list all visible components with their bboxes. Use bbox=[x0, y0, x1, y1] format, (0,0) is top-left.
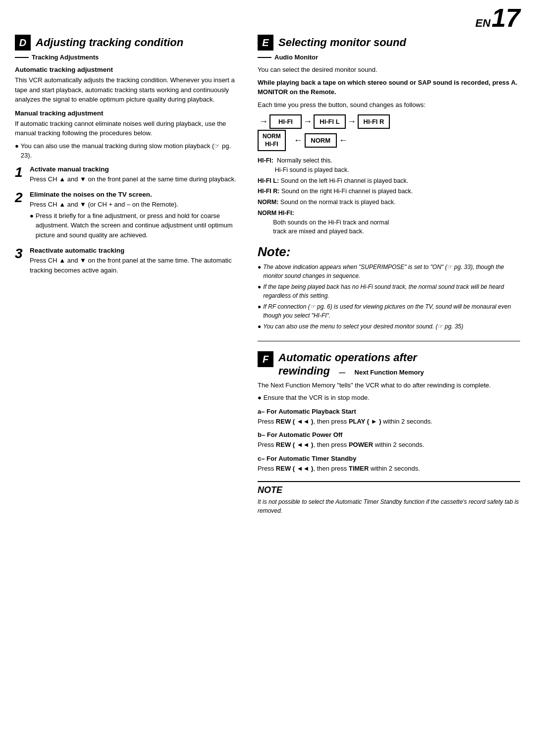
note-title: Note: bbox=[258, 244, 520, 260]
manual-tracking-heading: Manual tracking adjustment bbox=[15, 109, 243, 117]
substep-c-label-text: c– For Automatic Timer Standby bbox=[258, 455, 356, 462]
note-item-4: ● You can also use the menu to select yo… bbox=[258, 322, 520, 331]
sound-norm-hifi: NORM HI-FI: Both sounds on the Hi-Fi tra… bbox=[258, 209, 520, 236]
sound-descriptions: HI-FI: Normally select this. Hi-Fi sound… bbox=[258, 156, 520, 236]
manual-bullet-text: You can also use the manual tracking dur… bbox=[21, 141, 243, 161]
step-1: 1 Activate manual tracking Press CH ▲ an… bbox=[15, 165, 243, 184]
diagram-hifi-r: HI-FI R bbox=[358, 114, 390, 129]
note-item-2: ● If the tape being played back has no H… bbox=[258, 282, 520, 300]
arrow-back-2: ← bbox=[339, 135, 348, 146]
step-3-body: Press CH ▲ and ▼ on the front panel at t… bbox=[30, 256, 243, 275]
sound-norm: NORM: Sound on the normal track is playe… bbox=[258, 198, 520, 207]
sound-hifi: HI-FI: Normally select this. Hi-Fi sound… bbox=[258, 156, 520, 175]
section-f-bullet-text: Ensure that the VCR is in stop mode. bbox=[264, 393, 370, 403]
arrow-start: → bbox=[258, 116, 269, 127]
section-e-header: E Selecting monitor sound bbox=[258, 35, 520, 51]
page-header: EN 17 bbox=[476, 5, 520, 31]
section-d-header: D Adjusting tracking condition bbox=[15, 35, 243, 51]
diagram-hifi: HI-FI bbox=[269, 114, 302, 129]
diagram-norm-hifi-line2: HI-FI bbox=[265, 141, 278, 148]
section-e-each-time: Each time you press the button, sound ch… bbox=[258, 100, 520, 110]
step-1-content: Activate manual tracking Press CH ▲ and … bbox=[30, 165, 243, 184]
step-3-num: 3 bbox=[15, 247, 26, 261]
section-e-title: Selecting monitor sound bbox=[278, 36, 406, 49]
note-item-3-text: If RF connection (☞ pg. 6) is used for v… bbox=[263, 302, 520, 320]
diagram-top-row: → HI-FI → HI-FI L → HI-FI R bbox=[258, 114, 520, 129]
section-e-subsection: Audio Monitor bbox=[258, 54, 520, 61]
substep-a-label: a– For Automatic Playback Start bbox=[258, 408, 520, 415]
diagram-bottom-row: NORM HI-FI ← NORM ← bbox=[258, 130, 520, 151]
section-f-bullet: ● Ensure that the VCR is in stop mode. bbox=[258, 393, 520, 403]
en-label: EN bbox=[476, 17, 491, 30]
sound-hifi-l: HI-FI L: Sound on the left Hi-Fi channel… bbox=[258, 176, 520, 186]
step-2: 2 Eliminate the noises on the TV screen.… bbox=[15, 191, 243, 240]
substep-b-label-text: b– For Automatic Power Off bbox=[258, 431, 342, 438]
section-e-letter: E bbox=[258, 35, 273, 51]
section-d-title: Adjusting tracking condition bbox=[36, 36, 183, 49]
section-e-note: Note: ● The above indication appears whe… bbox=[258, 244, 520, 331]
section-f-note-bottom: NOTE It is not possible to select the Au… bbox=[258, 481, 520, 515]
section-e-intro: You can select the desired monitor sound… bbox=[258, 65, 520, 75]
step-1-title: Activate manual tracking bbox=[30, 165, 243, 173]
steps-container: 1 Activate manual tracking Press CH ▲ an… bbox=[15, 165, 243, 275]
auto-tracking-heading: Automatic tracking adjustment bbox=[15, 66, 243, 73]
dash-line-e bbox=[258, 57, 271, 58]
section-f-letter: F bbox=[258, 351, 273, 367]
section-f-title-text: Automatic operations after bbox=[278, 351, 417, 364]
note-bottom-title: NOTE bbox=[258, 485, 520, 495]
arrow-back-1: ← bbox=[294, 135, 303, 146]
auto-tracking-body: This VCR automatically adjusts the track… bbox=[15, 75, 243, 105]
substep-b-body: Press REW ( ◄◄ ), then press POWER withi… bbox=[258, 440, 520, 450]
section-e: E Selecting monitor sound Audio Monitor … bbox=[258, 35, 520, 331]
step-2-content: Eliminate the noises on the TV screen. P… bbox=[30, 191, 243, 240]
section-f-title-block: Automatic operations after rewinding — N… bbox=[278, 351, 520, 378]
step-1-body: Press CH ▲ and ▼ on the front panel at t… bbox=[30, 174, 243, 184]
dash-line-d bbox=[15, 57, 29, 58]
diagram-norm: NORM bbox=[305, 133, 337, 148]
section-f-dash: — bbox=[339, 369, 345, 376]
note-item-1: ● The above indication appears when "SUP… bbox=[258, 263, 520, 280]
arrow-2: → bbox=[346, 116, 358, 127]
step-3-content: Reactivate automatic tracking Press CH ▲… bbox=[30, 247, 243, 275]
step-1-num: 1 bbox=[15, 165, 26, 179]
note-item-2-text: If the tape being played back has no Hi-… bbox=[263, 282, 520, 300]
section-e-bold-note: While playing back a tape on which stere… bbox=[258, 78, 520, 97]
section-e-sub-label: Audio Monitor bbox=[274, 54, 318, 61]
step-3-title: Reactivate automatic tracking bbox=[30, 247, 243, 254]
manual-tracking-body: If automatic tracking cannot eliminate n… bbox=[15, 119, 243, 138]
step-3: 3 Reactivate automatic tracking Press CH… bbox=[15, 247, 243, 275]
section-d: D Adjusting tracking condition Tracking … bbox=[15, 35, 243, 515]
note-bottom-text: It is not possible to select the Automat… bbox=[258, 497, 520, 515]
note-item-4-text: You can also use the menu to select your… bbox=[263, 322, 463, 331]
substep-b-label: b– For Automatic Power Off bbox=[258, 431, 520, 438]
section-f-title2: rewinding bbox=[278, 365, 330, 377]
diagram-norm-hifi-line1: NORM bbox=[263, 133, 281, 140]
step-2-bullet: ● Press it briefly for a fine adjustment… bbox=[30, 211, 243, 240]
page-number: 17 bbox=[491, 5, 520, 31]
step-2-body: Press CH ▲ and ▼ (or CH + and – on the R… bbox=[30, 200, 243, 210]
section-f-title: Automatic operations after rewinding — N… bbox=[278, 351, 520, 378]
monitor-sound-diagram: → HI-FI → HI-FI L → HI-FI R NORM HI-FI ←… bbox=[258, 114, 520, 151]
substep-a-body: Press REW ( ◄◄ ), then press PLAY ( ► ) … bbox=[258, 417, 520, 427]
note-item-3: ● If RF connection (☞ pg. 6) is used for… bbox=[258, 302, 520, 320]
section-f-header: F Automatic operations after rewinding —… bbox=[258, 351, 520, 378]
section-f: F Automatic operations after rewinding —… bbox=[258, 351, 520, 515]
section-f-sub-label: Next Function Memory bbox=[355, 369, 424, 376]
substep-c-label: c– For Automatic Timer Standby bbox=[258, 455, 520, 462]
section-d-sub-label: Tracking Adjustments bbox=[32, 54, 99, 61]
step-2-title: Eliminate the noises on the TV screen. bbox=[30, 191, 243, 198]
step-2-bullet-text: Press it briefly for a fine adjustment, … bbox=[36, 211, 243, 240]
note-item-1-text: The above indication appears when "SUPER… bbox=[263, 263, 520, 280]
diagram-norm-hifi: NORM HI-FI bbox=[258, 130, 286, 151]
arrow-1: → bbox=[302, 116, 314, 127]
section-f-intro: The Next Function Memory "tells" the VCR… bbox=[258, 380, 520, 390]
section-e-bold-text: While playing back a tape on which stere… bbox=[258, 79, 517, 96]
section-d-letter: D bbox=[15, 35, 31, 51]
substep-c-body: Press REW ( ◄◄ ), then press TIMER withi… bbox=[258, 464, 520, 474]
right-column: E Selecting monitor sound Audio Monitor … bbox=[258, 35, 520, 515]
step-2-num: 2 bbox=[15, 191, 26, 205]
substep-a-label-text: a– For Automatic Playback Start bbox=[258, 408, 356, 415]
manual-tracking-bullet: ● You can also use the manual tracking d… bbox=[15, 141, 243, 161]
section-d-subsection: Tracking Adjustments bbox=[15, 54, 243, 61]
sound-hifi-r: HI-FI R: Sound on the right Hi-Fi channe… bbox=[258, 187, 520, 196]
